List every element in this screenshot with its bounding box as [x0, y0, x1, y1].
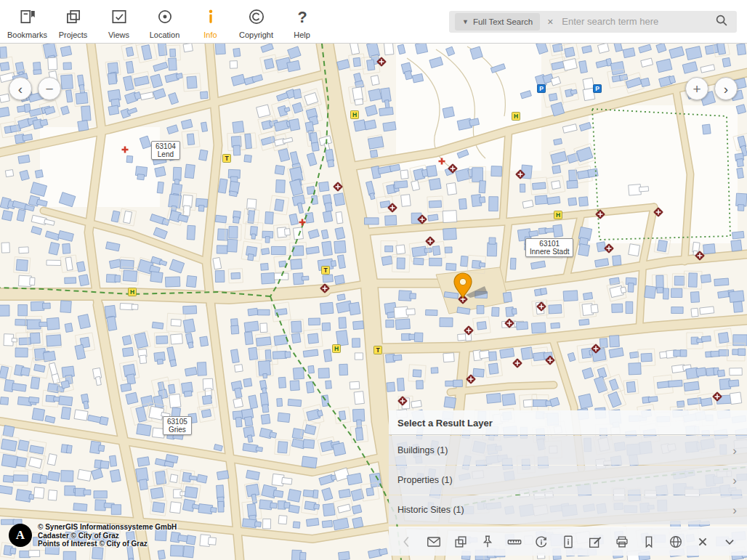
close-results-button[interactable] — [692, 531, 714, 553]
search-mode-dropdown[interactable]: ▼ Full Text Search — [455, 13, 540, 31]
bookmarks-icon — [18, 7, 37, 29]
email-icon — [426, 534, 442, 550]
toolbar-item-label: Bookmarks — [7, 31, 47, 39]
zoom-out-button[interactable]: − — [38, 77, 61, 100]
search-input[interactable] — [560, 15, 712, 28]
poi-T-icon: T — [322, 267, 330, 275]
edit-icon — [587, 534, 603, 550]
toolbar-item-views[interactable]: Views — [96, 4, 142, 39]
search-icon — [714, 12, 730, 31]
copyright-text: © SynerGIS Informationssysteme GmbH Cada… — [38, 523, 177, 548]
poi-T-icon: T — [223, 155, 231, 163]
poi-H-icon: H — [333, 345, 341, 353]
toolbar-item-help[interactable]: ? Help — [279, 4, 325, 39]
svg-text:H: H — [130, 288, 134, 296]
result-layer-historic-sites[interactable]: Historic Sites (1) › — [389, 495, 747, 524]
district-code: 63101 — [530, 240, 569, 248]
chevron-right-icon: › — [732, 504, 737, 516]
map-viewport[interactable]: HHHHHTTTPP 63104 Lend 63101 Innere Stadt… — [0, 44, 747, 560]
clone-view-button[interactable] — [450, 531, 472, 553]
poi-H-icon: H — [129, 288, 137, 296]
copyright-icon — [247, 7, 266, 29]
result-layer-panel: Select a Result Layer Buildings (1) › Pr… — [389, 410, 747, 524]
poi-P-icon: P — [538, 85, 546, 93]
pin-button[interactable] — [477, 531, 498, 553]
toolbar-item-label: Help — [294, 31, 310, 39]
app-window: Bookmarks Projects Views Location Info C… — [0, 0, 747, 560]
top-toolbar: Bookmarks Projects Views Location Info C… — [0, 0, 747, 44]
result-layer-buildings[interactable]: Buildings (1) › — [389, 436, 747, 465]
measure-button[interactable] — [504, 531, 525, 553]
svg-text:H: H — [334, 345, 339, 352]
main-menu: Bookmarks Projects Views Location Info C… — [0, 4, 325, 39]
clear-search-icon[interactable]: × — [547, 16, 553, 28]
chevron-right-icon: › — [732, 445, 737, 457]
bookmark-result-button[interactable] — [638, 531, 660, 553]
svg-text:T: T — [376, 346, 380, 354]
projects-icon — [64, 7, 83, 29]
pan-left-button[interactable]: ‹ — [9, 77, 32, 100]
result-panel-title: Select a Result Layer — [389, 410, 747, 435]
toolbar-item-info[interactable]: Info — [187, 4, 233, 39]
globe-icon — [668, 534, 684, 550]
caret-down-icon: ▼ — [462, 18, 469, 25]
district-name: Gries — [167, 426, 187, 434]
info-icon — [201, 7, 220, 29]
austria-logo: A — [9, 524, 32, 547]
poi-H-icon: H — [512, 113, 520, 121]
district-label-lend: 63104 Lend — [151, 141, 180, 160]
svg-text:T: T — [225, 155, 229, 162]
svg-text:H: H — [556, 211, 560, 219]
layer-label: Properties (1) — [397, 475, 453, 485]
result-toolbar — [389, 527, 747, 556]
svg-text:T: T — [323, 267, 328, 274]
attribution-line: Cadaster © City of Graz — [38, 532, 177, 540]
svg-text:P: P — [539, 85, 544, 92]
search-mode-label: Full Text Search — [473, 17, 533, 26]
document-info-button[interactable] — [557, 531, 579, 553]
layer-label: Buildings (1) — [397, 445, 448, 455]
svg-text:H: H — [352, 111, 357, 118]
rotate-info-icon — [533, 534, 549, 550]
toolbar-item-label: Location — [150, 31, 180, 39]
svg-text:H: H — [514, 113, 518, 120]
toolbar-item-label: Views — [108, 31, 129, 39]
bookmark-icon — [641, 534, 657, 550]
previous-result-button[interactable] — [396, 531, 418, 553]
document-info-icon — [560, 534, 576, 550]
attribution-line: Points of Interest © City of Graz — [38, 540, 177, 548]
toolbar-item-label: Copyright — [239, 31, 273, 39]
collapse-panel-button[interactable] — [719, 531, 740, 553]
edit-button[interactable] — [584, 531, 606, 553]
globe-button[interactable] — [665, 531, 687, 553]
toolbar-item-projects[interactable]: Projects — [50, 4, 96, 39]
views-icon — [110, 7, 129, 29]
poi-T-icon: T — [374, 346, 382, 354]
location-icon — [156, 7, 174, 29]
layer-label: Historic Sites (1) — [397, 505, 464, 515]
rotate-info-button[interactable] — [530, 531, 552, 553]
measure-icon — [506, 534, 522, 550]
district-name: Innere Stadt — [530, 248, 569, 256]
pan-right-button[interactable]: › — [714, 77, 738, 100]
toolbar-item-bookmarks[interactable]: Bookmarks — [4, 4, 50, 39]
district-label-innere-stadt: 63101 Innere Stadt — [525, 238, 573, 257]
chevron-right-icon: › — [732, 474, 737, 487]
email-button[interactable] — [423, 531, 445, 553]
svg-text:?: ? — [297, 8, 307, 26]
print-button[interactable] — [611, 531, 633, 553]
result-layer-properties[interactable]: Properties (1) › — [389, 466, 747, 495]
poi-H-icon: H — [351, 111, 359, 119]
chevron-left-icon — [399, 534, 415, 550]
chevron-down-icon — [722, 534, 738, 550]
district-name: Lend — [156, 150, 176, 158]
search-button[interactable] — [712, 11, 731, 32]
zoom-in-button[interactable]: + — [685, 77, 708, 100]
toolbar-item-location[interactable]: Location — [142, 4, 187, 39]
toolbar-item-label: Info — [203, 31, 217, 39]
close-icon — [695, 534, 711, 550]
clone-icon — [453, 534, 469, 550]
poi-H-icon: H — [554, 211, 562, 219]
help-icon: ? — [293, 7, 312, 29]
toolbar-item-copyright[interactable]: Copyright — [233, 4, 279, 39]
